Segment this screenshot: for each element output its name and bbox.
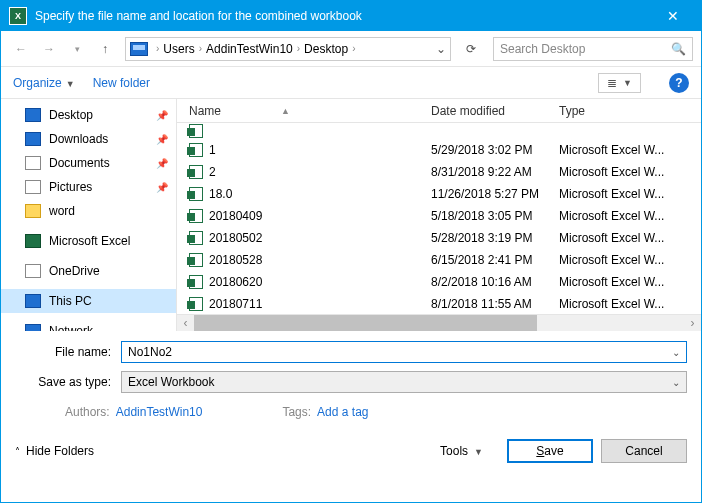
save-type-label: Save as type: [15,375,121,389]
toolbar: Organize▼ New folder ≣▼ ? [1,67,701,99]
scroll-track[interactable] [194,315,684,332]
col-name[interactable]: Name▲ [177,104,427,118]
recent-dropdown[interactable]: ▾ [65,37,89,61]
file-date: 8/2/2018 10:16 AM [427,275,555,289]
refresh-button[interactable]: ⟳ [459,37,483,61]
breadcrumb-bar[interactable]: › Users › AddinTestWin10 › Desktop › ⌄ [125,37,451,61]
crumb-seg[interactable]: Users [163,42,194,56]
tools-menu[interactable]: Tools▼ [440,444,483,458]
tags-value[interactable]: Add a tag [317,405,368,419]
window-title: Specify the file name and location for t… [35,9,653,23]
titlebar: X Specify the file name and location for… [1,1,701,31]
save-type-combo[interactable]: Excel Workbook ⌄ [121,371,687,393]
save-form: File name: No1No2 ⌄ Save as type: Excel … [1,331,701,419]
sidebar-item[interactable]: Microsoft Excel [1,229,176,253]
folder-icon [25,234,41,248]
view-options-button[interactable]: ≣▼ [598,73,641,93]
organize-menu[interactable]: Organize▼ [13,76,75,90]
file-name: 20180502 [209,231,262,245]
crumb-seg[interactable]: Desktop [304,42,348,56]
table-row[interactable]: 15/29/2018 3:02 PMMicrosoft Excel W... [177,139,701,161]
sidebar-item-label: Microsoft Excel [49,234,130,248]
sidebar-item[interactable]: This PC [1,289,176,313]
nav-bar: ← → ▾ ↑ › Users › AddinTestWin10 › Deskt… [1,31,701,67]
file-type: Microsoft Excel W... [555,143,701,157]
sidebar-item[interactable]: Network [1,319,176,331]
excel-app-icon: X [9,7,27,25]
list-icon: ≣ [607,76,617,90]
sidebar-item-label: Network [49,324,93,331]
search-input[interactable]: Search Desktop 🔍 [493,37,693,61]
folder-icon [25,324,41,331]
col-date[interactable]: Date modified [427,104,555,118]
tags-label: Tags: [282,405,311,419]
forward-button: → [37,37,61,61]
filename-input[interactable]: No1No2 ⌄ [121,341,687,363]
sidebar-item-label: Desktop [49,108,93,122]
table-row[interactable]: 201805025/28/2018 3:19 PMMicrosoft Excel… [177,227,701,249]
cancel-button[interactable]: Cancel [601,439,687,463]
file-date: 8/31/2018 9:22 AM [427,165,555,179]
sidebar-item[interactable]: word [1,199,176,223]
sidebar-item-label: Documents [49,156,110,170]
up-button[interactable]: ↑ [93,37,117,61]
close-button[interactable]: ✕ [653,8,693,24]
table-row[interactable]: 201807118/1/2018 11:55 AMMicrosoft Excel… [177,293,701,314]
sidebar-item[interactable]: Documents📌 [1,151,176,175]
file-name: 2 [209,165,216,179]
chevron-right-icon: › [156,43,159,54]
chevron-up-icon: ˄ [15,446,20,457]
table-row[interactable]: 18.011/26/2018 5:27 PMMicrosoft Excel W.… [177,183,701,205]
table-row[interactable]: 201806208/2/2018 10:16 AMMicrosoft Excel… [177,271,701,293]
col-type[interactable]: Type [555,104,701,118]
sidebar-item[interactable]: Pictures📌 [1,175,176,199]
pin-icon: 📌 [156,182,168,193]
file-name: 20180620 [209,275,262,289]
sidebar-item[interactable]: OneDrive [1,259,176,283]
file-date: 5/28/2018 3:19 PM [427,231,555,245]
sidebar: Desktop📌Downloads📌Documents📌Pictures📌wor… [1,99,177,331]
breadcrumb-dropdown-icon[interactable]: ⌄ [436,42,446,56]
pin-icon: 📌 [156,134,168,145]
file-list-area: Name▲ Date modified Type 15/29/2018 3:02… [177,99,701,331]
authors-value[interactable]: AddinTestWin10 [116,405,203,419]
file-type: Microsoft Excel W... [555,253,701,267]
file-name: 20180528 [209,253,262,267]
horizontal-scrollbar[interactable]: ‹ › [177,314,701,331]
excel-file-icon [189,165,203,179]
chevron-down-icon[interactable]: ⌄ [672,377,680,388]
search-icon: 🔍 [671,42,686,56]
pin-icon: 📌 [156,158,168,169]
sidebar-item[interactable]: Downloads📌 [1,127,176,151]
help-button[interactable]: ? [669,73,689,93]
save-button[interactable]: Save [507,439,593,463]
file-name: 1 [209,143,216,157]
table-row[interactable]: 28/31/2018 9:22 AMMicrosoft Excel W... [177,161,701,183]
new-folder-button[interactable]: New folder [93,76,150,90]
scroll-right-icon[interactable]: › [684,315,701,332]
back-button[interactable]: ← [9,37,33,61]
chevron-down-icon[interactable]: ⌄ [672,347,680,358]
table-row[interactable]: 201804095/18/2018 3:05 PMMicrosoft Excel… [177,205,701,227]
table-row[interactable]: 201805286/15/2018 2:41 PMMicrosoft Excel… [177,249,701,271]
save-type-value: Excel Workbook [128,375,214,389]
hide-folders-toggle[interactable]: ˄ Hide Folders [15,444,94,458]
file-type: Microsoft Excel W... [555,187,701,201]
filename-value: No1No2 [128,345,172,359]
footer: ˄ Hide Folders Tools▼ Save Cancel [1,419,701,473]
excel-file-icon [189,231,203,245]
crumb-seg[interactable]: AddinTestWin10 [206,42,293,56]
excel-file-icon [189,209,203,223]
pin-icon: 📌 [156,110,168,121]
file-name: 20180711 [209,297,262,311]
filename-label: File name: [15,345,121,359]
scroll-thumb[interactable] [194,315,537,332]
sidebar-item-label: Downloads [49,132,108,146]
excel-file-icon [189,143,203,157]
chevron-down-icon: ▼ [474,447,483,457]
scroll-left-icon[interactable]: ‹ [177,315,194,332]
table-row[interactable] [177,123,701,139]
folder-icon [25,108,41,122]
file-date: 11/26/2018 5:27 PM [427,187,555,201]
sidebar-item[interactable]: Desktop📌 [1,103,176,127]
